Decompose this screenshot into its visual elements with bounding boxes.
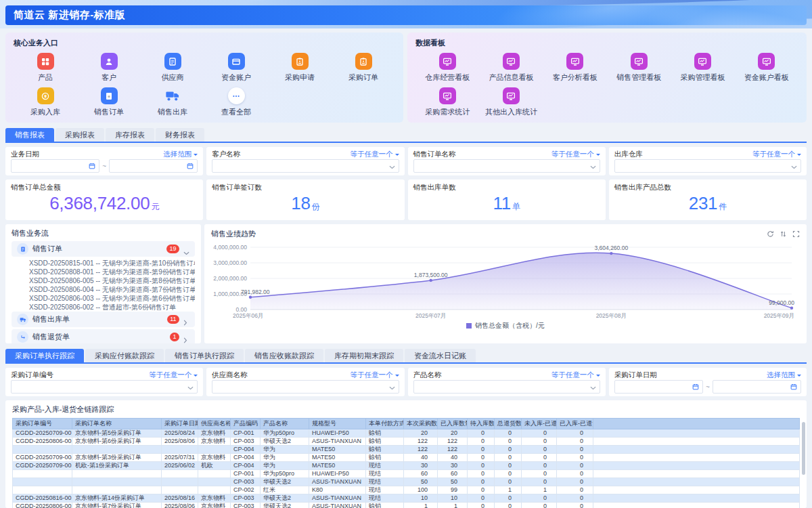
report-tab-3[interactable]: 财务报表 (156, 128, 204, 142)
tracking-tab-2[interactable]: 销售订单执行跟踪 (165, 349, 244, 362)
chart-legend[interactable]: 销售总金额（含税）/元 (211, 321, 800, 331)
report-tab-1[interactable]: 采购报表 (55, 128, 104, 142)
column-header[interactable]: 已入库-已退货数量 (557, 419, 593, 429)
dashboard-item-purchase-demand-stats[interactable]: 采购需求统计 (415, 87, 479, 117)
filter-operator-link[interactable]: 等于任意一个 (149, 371, 198, 380)
column-header[interactable]: 总退货数量 (495, 419, 522, 429)
dashboard-item-purchase-mgmt-board[interactable]: 采购管理看板 (671, 53, 734, 83)
flow-group-sales-return[interactable]: 销售退货单1 (12, 329, 195, 343)
column-header[interactable]: 产品编码 (231, 419, 261, 429)
table-row[interactable]: CP-002红米K80现结100990110 (13, 486, 800, 494)
filter-operator-link[interactable]: 等于任意一个 (551, 150, 600, 159)
table-row[interactable]: CGDD-20250709-001机欧-第1份采购订单2025/06/02机欧C… (13, 462, 800, 470)
filter-sales-order-name-input[interactable] (418, 163, 590, 170)
flow-item[interactable]: XSDD-20250808-001 -- 无锡华为渠道商-第9份销售订单 (12, 268, 195, 276)
flow-item[interactable]: XSDD-20250806-003 -- 无锡华为渠道商-第6份销售订单 (12, 294, 195, 303)
table-row[interactable]: CGDD-20250709-007京东物料-第5份采购订单2025/08/24京… (13, 429, 800, 438)
entry-item-view-all[interactable]: 查看全部 (204, 87, 268, 117)
chevron-right-icon[interactable] (183, 334, 189, 340)
flow-item[interactable]: XSDD-20250806-005 -- 无锡华为渠道商-第8份销售订单 (12, 276, 195, 285)
report-tab-0[interactable]: 销售报表 (5, 128, 54, 142)
entry-item-sales-outbound[interactable]: 销售出库 (141, 87, 204, 117)
calendar-icon[interactable] (692, 381, 699, 393)
column-header[interactable]: 采购订单编号 (13, 419, 72, 429)
column-header[interactable]: 本次采购数量 (404, 419, 438, 429)
report-tab-2[interactable]: 库存报表 (106, 128, 154, 142)
table-row[interactable]: CGDD-20250816-001京东物料-第14份采购订单2025/08/16… (13, 494, 800, 503)
chevron-down-icon[interactable] (590, 160, 596, 172)
entry-item-purchase-order[interactable]: 采购订单 (332, 53, 395, 83)
dashboard-item-customer-analysis-board[interactable]: 客户分析看板 (543, 53, 607, 83)
table-row[interactable]: CP-001华为p50proHUAWEI-P50现结60600000 (13, 470, 800, 478)
refresh-icon[interactable] (767, 230, 774, 238)
column-header[interactable]: 采购订单日期 (162, 419, 198, 429)
dashboard-item-warehouse-board[interactable]: 仓库经营看板 (415, 53, 479, 83)
dashboard-item-fund-account-board[interactable]: 资金账户看板 (735, 53, 798, 83)
chevron-down-icon[interactable] (389, 381, 395, 393)
column-header[interactable]: 本单付款方式 (366, 419, 404, 429)
flow-item[interactable]: XSDD-20250806-004 -- 无锡华为渠道商-第7份销售订单 (12, 285, 195, 294)
chevron-down-icon[interactable] (389, 160, 395, 172)
column-header[interactable]: 未入库-已退货数量 (522, 419, 557, 429)
calendar-icon[interactable] (187, 160, 194, 172)
fullscreen-icon[interactable] (792, 230, 800, 238)
sort-icon[interactable] (780, 230, 787, 238)
filter-business-date-start-input[interactable] (15, 163, 89, 170)
tracking-tab-3[interactable]: 销售应收账款跟踪 (245, 349, 323, 362)
table-row[interactable]: CP-004华为MATE50赊销1221220000 (13, 446, 800, 454)
filter-operator-link[interactable]: 选择范围 (163, 150, 198, 159)
filter-supplier-name-input[interactable] (216, 383, 388, 391)
table-scrollbar[interactable] (802, 422, 805, 475)
flow-group-sales-order[interactable]: 销售订单19 (12, 241, 195, 257)
filter-customer-name-input[interactable] (216, 163, 388, 170)
column-header[interactable]: 已入库数量 (438, 419, 468, 429)
filter-purchase-order-no-input[interactable] (15, 383, 187, 391)
entry-item-customer[interactable]: 客户 (77, 53, 141, 83)
column-header[interactable]: 规格型号 (309, 419, 366, 429)
table-cell: 0 (557, 438, 593, 446)
dashboard-item-other-inout-stats[interactable]: 其他出入库统计 (479, 87, 543, 117)
filter-purchase-order-date-end-input[interactable] (717, 383, 790, 391)
chevron-down-icon[interactable] (791, 160, 797, 172)
column-header[interactable]: 采购订单名称 (72, 419, 162, 429)
chevron-down-icon[interactable] (187, 381, 194, 393)
chevron-right-icon[interactable] (183, 316, 189, 322)
filter-operator-link[interactable]: 等于任意一个 (351, 371, 399, 380)
table-row[interactable]: CGDD-20250806-001京东物料-第6份采购订单2025/08/06京… (13, 438, 800, 446)
calendar-icon[interactable] (89, 160, 95, 172)
filter-operator-link[interactable]: 等于任意一个 (752, 150, 801, 159)
filter-operator-link[interactable]: 等于任意一个 (351, 150, 399, 159)
filter-operator-link[interactable]: 选择范围 (767, 371, 801, 380)
entry-item-purchase-inbound[interactable]: 采购入库 (14, 87, 77, 117)
chevron-down-icon[interactable] (183, 246, 189, 252)
calendar-icon[interactable] (790, 381, 797, 393)
tracking-tab-5[interactable]: 资金流水日记账 (405, 349, 476, 362)
entry-item-sales-order[interactable]: 销售订单 (77, 87, 141, 117)
entry-item-product[interactable]: 产品 (14, 53, 77, 83)
entry-item-supplier[interactable]: 供应商 (141, 53, 204, 83)
table-row[interactable]: CGDD-20250709-004京东物料-第3份采购订单2025/07/31京… (13, 454, 800, 462)
filter-purchase-order-date-start-input[interactable] (618, 383, 692, 391)
flow-item[interactable]: XSDD-20250806-002 -- 普通超市-第6份销售订单 (12, 303, 195, 310)
filter-operator-link[interactable]: 等于任意一个 (551, 371, 600, 380)
clipboard-icon (292, 53, 309, 70)
filter-outbound-warehouse-input[interactable] (618, 163, 791, 170)
column-header[interactable]: 待入库数量 (468, 419, 495, 429)
column-header[interactable]: 供应商名称 (198, 419, 231, 429)
entry-item-purchase-request[interactable]: 采购申请 (268, 53, 332, 83)
flow-group-sales-outbound[interactable]: 销售出库单11 (12, 312, 195, 327)
flow-item[interactable]: XSDD-20250815-001 -- 无锡华为渠道商-第10份销售订单 (12, 259, 195, 268)
dashboard-item-product-info-board[interactable]: 产品信息看板 (479, 53, 543, 83)
chevron-down-icon[interactable] (590, 381, 596, 393)
filter-business-date-end-input[interactable] (113, 163, 187, 170)
table-cell: CP-004 (231, 446, 261, 454)
filter-product-name-input[interactable] (418, 383, 590, 391)
table-row[interactable]: CGDD-20250806-002京东物料-第7份采购订单2025/08/06京… (13, 503, 800, 508)
column-header[interactable]: 产品名称 (261, 419, 309, 429)
entry-item-fund-account[interactable]: 资金账户 (204, 53, 268, 83)
table-row[interactable]: CP-003华硕天选2ASUS-TIANXUAN现结50500000 (13, 478, 800, 486)
tracking-tab-1[interactable]: 采购应付账款跟踪 (85, 349, 164, 362)
tracking-tab-0[interactable]: 采购订单执行跟踪 (5, 349, 84, 362)
tracking-tab-4[interactable]: 库存期初期末跟踪 (325, 349, 403, 362)
dashboard-item-sales-mgmt-board[interactable]: 销售管理看板 (607, 53, 671, 83)
